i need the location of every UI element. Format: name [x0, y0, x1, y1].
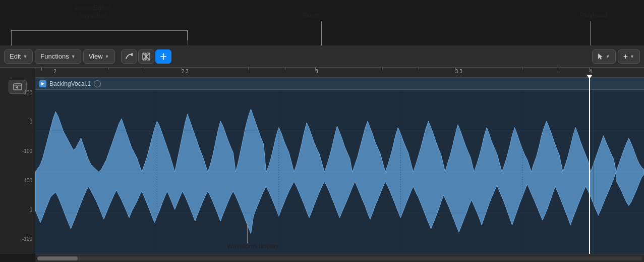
track-loop-button[interactable] [94, 80, 101, 87]
scrollbar-thumb[interactable] [37, 256, 78, 260]
audio-editor-menu-bar: Edit ▼ Functions ▼ View ▼ [0, 45, 644, 68]
curve-tool-button[interactable] [121, 49, 137, 64]
svg-marker-9 [16, 86, 18, 89]
pointer-tool-button[interactable]: ▼ [592, 49, 616, 64]
functions-menu-button[interactable]: Functions ▼ [35, 49, 81, 64]
view-menu-chevron: ▼ [105, 54, 109, 59]
track-name: BackingVocal.1 [49, 80, 91, 87]
menu-bar-bracket [11, 30, 188, 40]
svg-marker-5 [162, 53, 164, 55]
add-tool-chevron: ▼ [630, 54, 634, 59]
ruler-mark-2: 2 [53, 69, 56, 74]
track-header: ▶ BackingVocal.1 [35, 78, 644, 90]
edit-menu-chevron: ▼ [23, 54, 27, 59]
track-play-button[interactable]: ▶ [39, 80, 46, 87]
edit-menu-button[interactable]: Edit ▼ [4, 49, 33, 64]
scrollbar-track[interactable] [37, 256, 642, 260]
ruler: 2 2 3 3 3 3 4 [35, 68, 644, 78]
ruler-label: Ruler [303, 11, 318, 19]
ruler-mark-23: 2 3 [182, 69, 189, 74]
editor-area: 2 2 3 3 3 3 4 ▶ BackingVocal.1 [0, 68, 644, 254]
view-menu-button[interactable]: View ▼ [83, 49, 115, 64]
flex-pitch-tool-button[interactable] [155, 49, 171, 64]
waveform-container: 2 2 3 3 3 3 4 ▶ BackingVocal.1 [35, 68, 644, 254]
pointer-tool-chevron: ▼ [606, 54, 610, 59]
waveform-display[interactable] [35, 90, 644, 254]
crossfade-tool-button[interactable] [138, 49, 154, 64]
playhead-label: Playhead [580, 11, 607, 19]
menu-bar-bracket-right [188, 30, 188, 46]
audio-editor-menu-bar-label: Audio Editormenu bar [75, 4, 110, 19]
svg-marker-6 [162, 59, 164, 60]
scrollbar-area [35, 254, 644, 262]
ruler-mark-33: 3 3 [455, 69, 462, 74]
left-sidebar [0, 68, 35, 254]
functions-menu-chevron: ▼ [71, 54, 76, 59]
add-tool-button[interactable]: + ▼ [618, 49, 640, 64]
show-hide-button[interactable] [9, 80, 27, 94]
menu-bar-bracket-left [11, 30, 12, 46]
